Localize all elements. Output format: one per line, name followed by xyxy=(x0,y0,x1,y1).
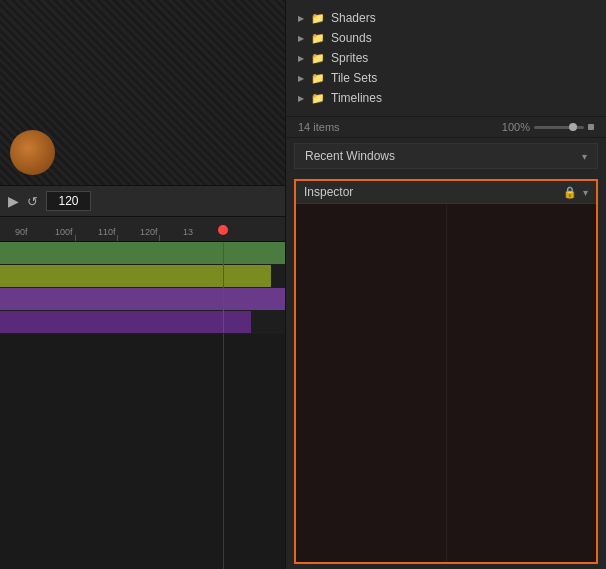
inspector-title: Inspector xyxy=(304,185,563,199)
timeline-tracks xyxy=(0,242,285,333)
inspector-body xyxy=(296,204,596,562)
zoom-percent: 100% xyxy=(502,121,530,133)
tree-label-timelines: Timelines xyxy=(331,91,382,105)
play-button[interactable]: ▶ xyxy=(8,193,19,209)
folder-icon-tilesets: 📁 xyxy=(311,72,325,85)
zoom-end-icon xyxy=(588,124,594,130)
ruler-label-13x: 13 xyxy=(183,227,193,237)
tree-item-timelines[interactable]: ▶ 📁 Timelines xyxy=(286,88,606,108)
tree-label-sounds: Sounds xyxy=(331,31,372,45)
circle-decoration xyxy=(10,130,55,175)
track-green xyxy=(0,242,285,264)
frame-counter[interactable]: 120 xyxy=(46,191,91,211)
main-container: ▶ ↺ 120 90f 100f 110f 120f 13 xyxy=(0,0,606,569)
right-panel: ▶ 📁 Shaders ▶ 📁 Sounds ▶ 📁 Sprites ▶ 📁 T… xyxy=(285,0,606,569)
folder-icon-shaders: 📁 xyxy=(311,12,325,25)
inspector-chevron-icon[interactable]: ▾ xyxy=(583,187,588,198)
inspector-header: Inspector 🔒 ▾ xyxy=(296,181,596,204)
ruler-label-100f: 100f xyxy=(55,227,73,237)
folder-icon-sprites: 📁 xyxy=(311,52,325,65)
tree-item-tilesets[interactable]: ▶ 📁 Tile Sets xyxy=(286,68,606,88)
tree-item-sprites[interactable]: ▶ 📁 Sprites xyxy=(286,48,606,68)
timeline-lower-area xyxy=(0,334,285,569)
tree-arrow-tilesets: ▶ xyxy=(298,74,306,83)
inspector-lock-icon[interactable]: 🔒 xyxy=(563,186,577,199)
ruler-label-90f: 90f xyxy=(15,227,28,237)
folder-icon-sounds: 📁 xyxy=(311,32,325,45)
recent-windows-label: Recent Windows xyxy=(305,149,582,163)
tree-label-tilesets: Tile Sets xyxy=(331,71,377,85)
folder-icon-timelines: 📁 xyxy=(311,92,325,105)
ruler-label-110f: 110f xyxy=(98,227,116,237)
track-purple2 xyxy=(0,311,251,333)
playhead-line-lower xyxy=(223,334,224,569)
track-yellow-green xyxy=(0,265,271,287)
items-count: 14 items xyxy=(298,121,340,133)
tree-label-sprites: Sprites xyxy=(331,51,368,65)
file-tree: ▶ 📁 Shaders ▶ 📁 Sounds ▶ 📁 Sprites ▶ 📁 T… xyxy=(286,0,606,116)
timeline-top-area xyxy=(0,0,285,185)
ruler-label-120f: 120f xyxy=(140,227,158,237)
inspector-panel: Inspector 🔒 ▾ xyxy=(294,179,598,564)
loop-button[interactable]: ↺ xyxy=(27,194,38,209)
status-bar: 14 items 100% xyxy=(286,116,606,138)
recent-windows-dropdown[interactable]: Recent Windows ▾ xyxy=(294,143,598,169)
tree-arrow-sprites: ▶ xyxy=(298,54,306,63)
tree-item-sounds[interactable]: ▶ 📁 Sounds xyxy=(286,28,606,48)
tree-item-shaders[interactable]: ▶ 📁 Shaders xyxy=(286,8,606,28)
tree-arrow-shaders: ▶ xyxy=(298,14,306,23)
inspector-col-right xyxy=(447,204,597,562)
timeline-ruler: 90f 100f 110f 120f 13 xyxy=(0,217,285,242)
track-purple xyxy=(0,288,285,310)
timeline-controls-bar: ▶ ↺ 120 xyxy=(0,185,285,217)
dropdown-chevron-icon: ▾ xyxy=(582,151,587,162)
playhead-line xyxy=(223,242,224,333)
playhead-dot xyxy=(218,225,228,235)
tree-label-shaders: Shaders xyxy=(331,11,376,25)
zoom-slider-track[interactable] xyxy=(534,126,584,129)
tree-arrow-sounds: ▶ xyxy=(298,34,306,43)
inspector-col-left xyxy=(296,204,447,562)
tree-arrow-timelines: ▶ xyxy=(298,94,306,103)
left-panel: ▶ ↺ 120 90f 100f 110f 120f 13 xyxy=(0,0,285,569)
zoom-control[interactable]: 100% xyxy=(502,121,594,133)
zoom-slider-thumb[interactable] xyxy=(569,123,577,131)
